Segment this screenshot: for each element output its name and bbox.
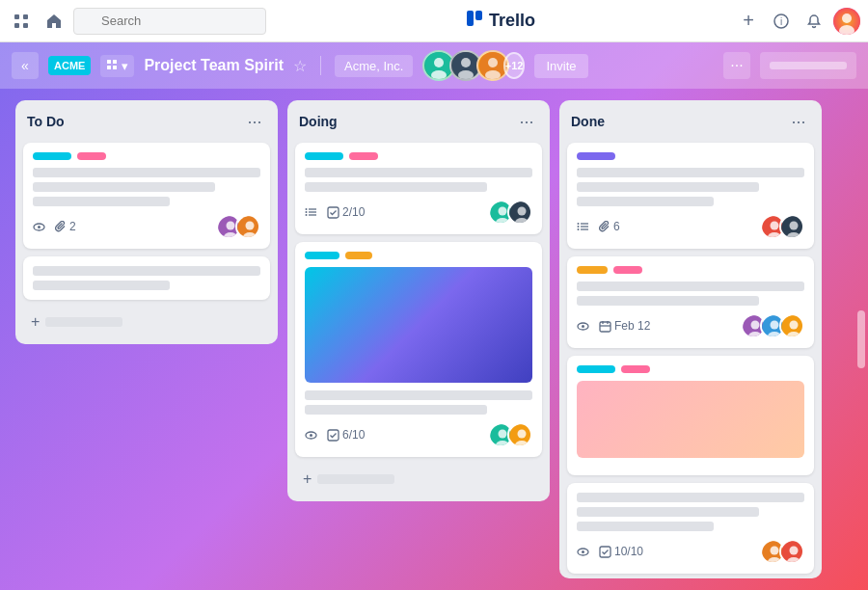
board-title[interactable]: Project Team Spirit bbox=[144, 57, 284, 74]
svg-point-21 bbox=[461, 58, 471, 67]
card-footer-dn4: 10/10 bbox=[577, 539, 804, 564]
svg-point-69 bbox=[582, 325, 584, 328]
avatar-image bbox=[833, 8, 860, 35]
tag-cyan-d1 bbox=[305, 152, 343, 160]
check-count-dn4: 10/10 bbox=[614, 545, 643, 558]
svg-point-24 bbox=[488, 58, 498, 67]
card-done-4[interactable]: 10/10 bbox=[567, 483, 814, 574]
svg-point-18 bbox=[434, 58, 444, 67]
filter-input[interactable] bbox=[760, 52, 856, 79]
card-avatars-dn2 bbox=[741, 313, 804, 338]
tag-pink-d1 bbox=[349, 152, 378, 160]
add-card-placeholder bbox=[45, 317, 122, 327]
header-divider bbox=[320, 56, 321, 75]
scrollbar-area[interactable] bbox=[854, 89, 868, 590]
add-button[interactable]: + bbox=[735, 8, 762, 35]
card-line-d1 bbox=[305, 168, 532, 177]
card-tags-dn2 bbox=[577, 266, 804, 274]
date-meta-dn2: Feb 12 bbox=[599, 319, 650, 333]
card-line-dn1-3 bbox=[577, 197, 714, 206]
invite-button[interactable]: Invite bbox=[534, 54, 587, 78]
workspace-dropdown[interactable]: ▾ bbox=[100, 55, 134, 77]
card-done-3[interactable] bbox=[567, 356, 814, 475]
column-done-menu[interactable]: ··· bbox=[787, 110, 810, 133]
svg-rect-16 bbox=[113, 66, 117, 69]
card-tags-d2 bbox=[305, 252, 532, 259]
svg-rect-6 bbox=[467, 11, 474, 26]
add-card-todo[interactable]: + bbox=[23, 308, 270, 336]
add-icon: + bbox=[31, 313, 40, 331]
grid-icon[interactable] bbox=[8, 8, 35, 35]
check-count-d2: 6/10 bbox=[342, 428, 365, 442]
member-count-badge[interactable]: +12 bbox=[503, 52, 526, 79]
scrollbar-thumb[interactable] bbox=[857, 310, 865, 368]
tag-cyan-dn3 bbox=[577, 365, 615, 373]
workspace-name-button[interactable]: Acme, Inc. bbox=[335, 55, 413, 77]
trello-icon bbox=[466, 10, 483, 32]
svg-point-51 bbox=[499, 430, 507, 439]
svg-rect-49 bbox=[328, 430, 339, 441]
card-line-d2a bbox=[305, 390, 532, 400]
user-avatar[interactable] bbox=[833, 8, 860, 35]
svg-rect-85 bbox=[600, 547, 610, 557]
search-input[interactable] bbox=[73, 8, 266, 35]
workspace-dropdown-icon bbox=[106, 59, 118, 73]
add-icon-doing: + bbox=[303, 470, 312, 488]
member-avatars: +12 bbox=[422, 50, 525, 81]
info-button[interactable]: i bbox=[768, 8, 795, 35]
card-tags-dn1 bbox=[577, 152, 804, 160]
tag-pink-dn3 bbox=[621, 365, 650, 373]
card-line-dn4-3 bbox=[577, 522, 714, 531]
star-icon[interactable]: ☆ bbox=[293, 57, 307, 75]
board-more-button[interactable]: ··· bbox=[723, 52, 750, 79]
card-done-2[interactable]: Feb 12 bbox=[567, 256, 814, 348]
notifications-button[interactable] bbox=[800, 8, 827, 35]
tag-purple-dn1 bbox=[577, 152, 615, 160]
card-meta-d2: 6/10 bbox=[305, 428, 365, 442]
card-todo-2[interactable] bbox=[23, 256, 270, 300]
column-todo: To Do ··· bbox=[15, 100, 278, 344]
svg-point-54 bbox=[518, 430, 527, 439]
card-line-d2b bbox=[305, 405, 487, 415]
tag-pink bbox=[77, 152, 106, 160]
card-meta-dn2: Feb 12 bbox=[577, 319, 650, 333]
board-scroll-area: To Do ··· bbox=[0, 89, 854, 590]
svg-rect-13 bbox=[107, 60, 111, 64]
card-footer-d1: 2/10 bbox=[305, 200, 532, 225]
card-footer-d2: 6/10 bbox=[305, 422, 532, 447]
add-card-doing[interactable]: + bbox=[295, 465, 542, 494]
column-todo-menu[interactable]: ··· bbox=[243, 110, 266, 133]
svg-point-11 bbox=[842, 13, 852, 23]
top-navigation: Trello + i bbox=[0, 0, 868, 42]
svg-point-63 bbox=[771, 222, 779, 230]
card-doing-2[interactable]: 6/10 bbox=[295, 242, 542, 457]
svg-point-78 bbox=[771, 321, 779, 330]
list-meta bbox=[305, 207, 317, 217]
card-line-3 bbox=[33, 197, 170, 206]
card-meta-dn1: 6 bbox=[577, 220, 620, 233]
card-avatar-d1-2 bbox=[507, 200, 532, 225]
svg-point-37 bbox=[306, 208, 308, 210]
eye-meta-dn2 bbox=[577, 320, 589, 333]
card-line-b2 bbox=[33, 281, 170, 290]
card-avatar-dn1-2 bbox=[779, 214, 804, 239]
svg-point-29 bbox=[227, 222, 235, 230]
home-icon[interactable] bbox=[41, 8, 68, 35]
card-todo-1[interactable]: 2 bbox=[23, 143, 270, 249]
card-doing-1[interactable]: 2/10 bbox=[295, 143, 542, 234]
card-image-d2 bbox=[305, 267, 532, 383]
svg-point-48 bbox=[310, 434, 312, 437]
card-line-2 bbox=[33, 182, 215, 192]
column-doing-menu[interactable]: ··· bbox=[515, 110, 538, 133]
svg-point-66 bbox=[790, 222, 799, 230]
card-footer-dn2: Feb 12 bbox=[577, 313, 804, 338]
card-line-dn4-2 bbox=[577, 507, 759, 517]
check-count-d1: 2/10 bbox=[342, 205, 365, 219]
sidebar-toggle[interactable]: « bbox=[12, 52, 39, 79]
svg-rect-3 bbox=[23, 23, 28, 28]
card-avatars-d1 bbox=[488, 200, 532, 225]
eye-meta-dn4 bbox=[577, 546, 589, 558]
card-done-1[interactable]: 6 bbox=[567, 143, 814, 249]
trello-logo: Trello bbox=[272, 10, 729, 32]
card-line-dn1-1 bbox=[577, 168, 804, 177]
